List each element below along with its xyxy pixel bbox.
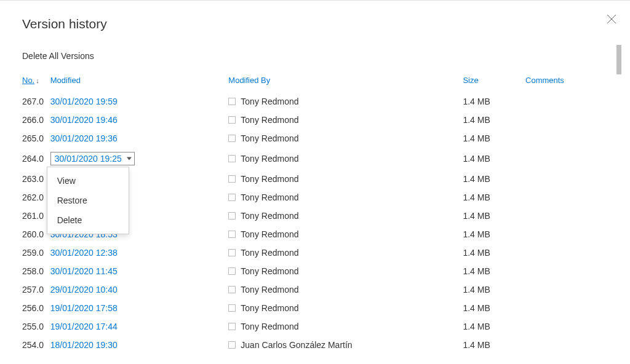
version-comments xyxy=(525,92,600,111)
user-presence-icon xyxy=(228,341,236,349)
scrollbar[interactable] xyxy=(616,45,621,352)
version-comments xyxy=(525,170,600,188)
column-header-no[interactable]: No.↓ xyxy=(22,72,50,92)
version-modified-by: Tony Redmond xyxy=(228,243,463,262)
version-size: 1.4 MB xyxy=(463,225,525,243)
version-size: 1.4 MB xyxy=(463,188,525,207)
version-modified-link[interactable]: 29/01/2020 10:40 xyxy=(50,285,118,295)
version-comments xyxy=(525,225,600,243)
version-size: 1.4 MB xyxy=(463,336,525,354)
user-presence-icon xyxy=(228,212,236,220)
modified-by-name: Tony Redmond xyxy=(241,192,298,202)
version-comments xyxy=(525,148,600,170)
version-size: 1.4 MB xyxy=(463,243,525,262)
table-row: 256.019/01/2020 17:58Tony Redmond1.4 MB xyxy=(22,299,600,317)
version-no: 267.0 xyxy=(22,92,50,111)
version-modified-link[interactable]: 30/01/2020 19:59 xyxy=(50,97,118,106)
version-modified-by: Juan Carlos González Martín xyxy=(228,336,463,354)
version-comments xyxy=(525,280,600,299)
modified-by-name: Tony Redmond xyxy=(241,174,298,184)
version-modified: 19/01/2020 17:58 xyxy=(50,299,229,317)
version-no: 265.0 xyxy=(22,129,50,148)
user-presence-icon xyxy=(228,249,236,256)
user-presence-icon xyxy=(228,323,236,330)
version-modified-by: Tony Redmond xyxy=(228,129,463,148)
column-header-modified-by[interactable]: Modified By xyxy=(228,72,463,92)
dropdown-item-delete[interactable]: Delete xyxy=(47,210,129,230)
version-modified-link[interactable]: 30/01/2020 11:45 xyxy=(50,266,118,276)
version-dropdown-menu: ViewRestoreDelete xyxy=(47,167,129,234)
dropdown-item-restore[interactable]: Restore xyxy=(47,191,129,210)
column-no-label: No. xyxy=(22,76,34,85)
version-dropdown-trigger[interactable]: 30/01/2020 19:25 xyxy=(50,152,135,165)
user-presence-icon xyxy=(228,194,236,201)
version-modified-by: Tony Redmond xyxy=(228,225,463,243)
version-modified-link[interactable]: 19/01/2020 17:58 xyxy=(50,303,118,313)
page-title: Version history xyxy=(0,1,630,31)
version-modified: 30/01/2020 11:45 xyxy=(50,262,229,280)
version-modified-by: Tony Redmond xyxy=(228,207,463,225)
version-comments xyxy=(525,111,600,129)
modified-by-name: Tony Redmond xyxy=(241,285,298,295)
dropdown-item-view[interactable]: View xyxy=(47,171,129,191)
version-size: 1.4 MB xyxy=(463,111,525,129)
version-modified-by: Tony Redmond xyxy=(228,188,463,207)
column-header-comments[interactable]: Comments xyxy=(525,72,600,92)
version-size: 1.4 MB xyxy=(463,207,525,225)
version-modified-link[interactable]: 30/01/2020 19:46 xyxy=(50,115,118,125)
version-modified: 29/01/2020 10:40 xyxy=(50,280,229,299)
column-header-size[interactable]: Size xyxy=(463,72,525,92)
version-size: 1.4 MB xyxy=(463,170,525,188)
delete-all-link[interactable]: Delete All Versions xyxy=(22,51,94,61)
user-presence-icon xyxy=(228,267,236,275)
version-modified: 18/01/2020 19:30 xyxy=(50,336,229,354)
table-row: 264.030/01/2020 19:25ViewRestoreDeleteTo… xyxy=(22,148,600,170)
version-comments xyxy=(525,299,600,317)
version-size: 1.4 MB xyxy=(463,92,525,111)
table-row: 266.030/01/2020 19:46Tony Redmond1.4 MB xyxy=(22,111,600,129)
close-icon[interactable] xyxy=(607,14,616,24)
user-presence-icon xyxy=(228,116,236,124)
version-no: 254.0 xyxy=(22,336,50,354)
modified-by-name: Tony Redmond xyxy=(241,211,298,221)
version-modified: 30/01/2020 19:59 xyxy=(50,92,229,111)
user-presence-icon xyxy=(228,135,236,142)
modified-by-name: Tony Redmond xyxy=(241,303,298,313)
version-modified-link[interactable]: 30/01/2020 19:36 xyxy=(50,133,118,143)
modified-by-name: Tony Redmond xyxy=(241,133,298,143)
version-no: 255.0 xyxy=(22,317,50,336)
user-presence-icon xyxy=(228,98,236,105)
version-comments xyxy=(525,207,600,225)
version-comments xyxy=(525,317,600,336)
version-size: 1.4 MB xyxy=(463,129,525,148)
version-modified: 30/01/2020 12:38 xyxy=(50,243,229,262)
version-modified: 30/01/2020 19:25ViewRestoreDelete xyxy=(50,148,229,170)
modified-by-name: Tony Redmond xyxy=(241,248,298,258)
version-modified-link[interactable]: 19/01/2020 17:44 xyxy=(50,322,118,331)
version-no: 256.0 xyxy=(22,299,50,317)
version-table: No.↓ Modified Modified By Size Comments … xyxy=(22,72,600,354)
version-no: 257.0 xyxy=(22,280,50,299)
version-modified: 19/01/2020 17:44 xyxy=(50,317,229,336)
version-modified-by: Tony Redmond xyxy=(228,317,463,336)
user-presence-icon xyxy=(228,304,236,312)
version-comments xyxy=(525,129,600,148)
version-modified-by: Tony Redmond xyxy=(228,92,463,111)
table-row: 267.030/01/2020 19:59Tony Redmond1.4 MB xyxy=(22,92,600,111)
table-row: 258.030/01/2020 11:45Tony Redmond1.4 MB xyxy=(22,262,600,280)
modified-by-name: Tony Redmond xyxy=(241,229,298,239)
version-modified-by: Tony Redmond xyxy=(228,111,463,129)
version-modified-link[interactable]: 18/01/2020 19:30 xyxy=(50,340,118,350)
table-row: 254.018/01/2020 19:30Juan Carlos Gonzále… xyxy=(22,336,600,354)
modified-by-name: Tony Redmond xyxy=(241,115,298,125)
version-modified-link[interactable]: 30/01/2020 12:38 xyxy=(50,248,118,258)
version-modified: 30/01/2020 19:36 xyxy=(50,129,229,148)
table-row: 255.019/01/2020 17:44Tony Redmond1.4 MB xyxy=(22,317,600,336)
version-comments xyxy=(525,188,600,207)
modified-by-name: Tony Redmond xyxy=(241,322,298,331)
version-modified: 30/01/2020 19:46 xyxy=(50,111,229,129)
version-comments xyxy=(525,262,600,280)
table-row: 259.030/01/2020 12:38Tony Redmond1.4 MB xyxy=(22,243,600,262)
scrollbar-thumb[interactable] xyxy=(616,45,621,74)
column-header-modified[interactable]: Modified xyxy=(50,72,229,92)
